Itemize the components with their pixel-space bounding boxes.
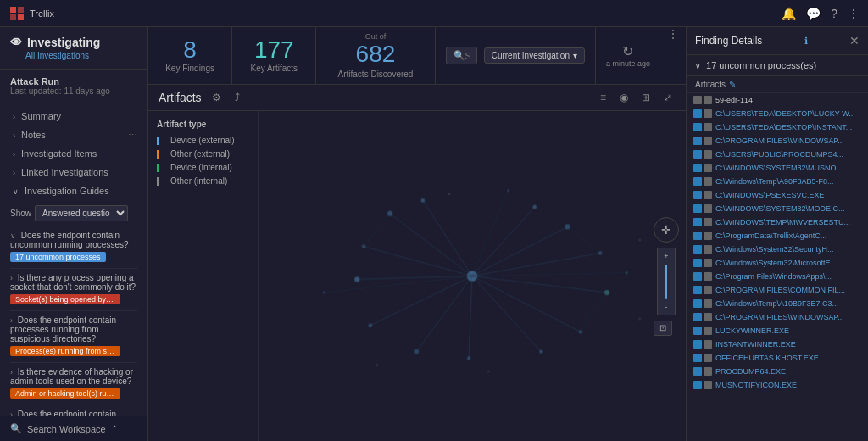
list-item[interactable]: C:\WINDOWS\TEMP\MWVERSESTU... — [687, 215, 868, 229]
svg-rect-3 — [18, 14, 24, 20]
artifacts-label-text: Artifacts — [695, 80, 726, 89]
list-item[interactable]: C:\WINDOWS\SYSTEM32\MUSNO... — [687, 161, 868, 175]
list-item[interactable]: C:\PROGRAM FILES\WINDOWSAP... — [687, 310, 868, 324]
list-item[interactable]: PROCDUMP64.EXE — [687, 365, 868, 378]
notes-more-icon[interactable]: ⋯ — [128, 130, 137, 141]
search-workspace-icon: 🔍 — [10, 423, 22, 434]
artifact-icon-14b — [704, 286, 712, 294]
list-item[interactable]: INSTANTWINNER.EXE — [687, 338, 868, 351]
guide-q1-answer[interactable]: 17 uncommon processes — [10, 252, 106, 262]
list-item[interactable]: C:\Windows\System32\MicrosoftE... — [687, 256, 868, 270]
expand-icon[interactable]: ⤢ — [660, 90, 676, 105]
header-more-button[interactable]: ⋮ — [660, 27, 686, 84]
grid-view-icon[interactable]: ⊞ — [638, 90, 654, 105]
attack-run-more-icon[interactable]: ⋯ — [128, 76, 137, 87]
list-item[interactable]: OFFICEHUBTAS KHOST.EXE — [687, 351, 868, 365]
list-item[interactable]: C:\Windows\Temp\A10B9F3E7.C3... — [687, 297, 868, 310]
notes-arrow: › — [13, 131, 15, 140]
guide-q2-text[interactable]: › Is there any process opening a socket … — [10, 273, 137, 292]
edit-artifacts-icon[interactable]: ✎ — [729, 80, 736, 89]
eye-icon: 👁 — [10, 36, 22, 49]
guide-q3-answer[interactable]: Process(es) running from suspicious dire… — [10, 346, 120, 356]
sidebar-item-investigation-guides[interactable]: ∨ Investigation Guides — [0, 181, 147, 200]
list-item[interactable]: MUSNOTIFYICON.EXE — [687, 378, 868, 392]
artifact-icon-21a — [693, 381, 702, 389]
zoom-slider[interactable]: + - — [657, 248, 676, 315]
filter-icon[interactable]: ⚙ — [209, 90, 225, 105]
fit-view-button[interactable]: ⊡ — [654, 321, 672, 336]
guide-q5-text[interactable]: › Does the endpoint contain running proc… — [10, 410, 137, 416]
search-box[interactable]: 🔍 — [446, 47, 477, 64]
svg-point-44 — [376, 364, 378, 366]
zoom-min-label: - — [665, 303, 668, 311]
search-input[interactable] — [465, 51, 470, 61]
search-workspace-footer[interactable]: 🔍 Search Workspace ⌃ — [0, 416, 147, 441]
network-graph[interactable]: ✛ + - ⊡ — [259, 111, 686, 441]
artifact-row-icons-8 — [693, 204, 712, 213]
legend-device-internal: Device (internal) — [157, 163, 249, 172]
artifacts-discovered-number: 682 — [356, 41, 396, 68]
svg-point-21 — [539, 349, 543, 354]
legend-other-internal: Other (internal) — [157, 176, 249, 186]
artifact-path-17: LUCKYWINNER.EXE — [715, 327, 789, 335]
all-investigations-link[interactable]: All Investigations — [10, 49, 137, 64]
sidebar-item-summary[interactable]: › Summary — [0, 107, 147, 126]
artifact-row-icons-14 — [693, 286, 712, 294]
guide-q2-answer[interactable]: Socket(s) being opened by process(es) wh… — [10, 294, 120, 304]
guide-q3-text[interactable]: › Does the endpoint contain processes ru… — [10, 315, 137, 343]
artifact-row-icons-5 — [693, 164, 712, 172]
sidebar-item-investigated-items[interactable]: › Investigated Items — [0, 144, 147, 163]
compass-icon[interactable]: ✛ — [654, 217, 679, 243]
notifications-icon[interactable]: 🔔 — [782, 7, 796, 20]
artifact-icon-6b — [704, 177, 712, 186]
guide-show-select[interactable]: Answered questions — [35, 205, 128, 221]
list-item[interactable]: C:\USERS\PUBLIC\PROCDUMPS4... — [687, 148, 868, 161]
key-findings-stat: 8 Key Findings — [148, 27, 232, 84]
findings-count-title[interactable]: ∨ 17 uncommon process(es) — [695, 60, 860, 70]
artifact-list: 59-edr-114 C:\USERS\TEDA\DESKTOP\LUCKY W… — [687, 93, 868, 441]
artifact-icon-5a — [693, 164, 702, 172]
list-item[interactable]: C:\USERS\TEDA\DESKTOP\LUCKY W... — [687, 107, 868, 120]
help-icon[interactable]: ? — [831, 7, 837, 20]
svg-point-23 — [467, 356, 471, 360]
list-item[interactable]: 59-edr-114 — [687, 93, 868, 107]
guide-q1-text[interactable]: ∨ Does the endpoint contain uncommon run… — [10, 231, 137, 249]
artifact-icon-11b — [704, 245, 712, 254]
list-item[interactable]: C:\PROGRAM FILES\COMMON FIL... — [687, 283, 868, 297]
artifacts-panel-title: Artifacts — [159, 91, 202, 104]
chat-icon[interactable]: 💬 — [806, 7, 821, 20]
finding-details-close-button[interactable]: ✕ — [849, 34, 860, 47]
sidebar-item-notes[interactable]: › Notes ⋯ — [0, 126, 147, 144]
list-view-icon[interactable]: ≡ — [597, 90, 609, 105]
artifact-icon-5b — [704, 164, 712, 172]
svg-point-27 — [368, 323, 372, 327]
workspace-arrow: ⌃ — [111, 424, 118, 433]
findings-count-label: 17 uncommon process(es) — [706, 60, 816, 70]
sidebar-item-linked-investigations[interactable]: › Linked Investigations — [0, 163, 147, 181]
more-options-icon[interactable]: ⋮ — [848, 7, 860, 20]
list-item[interactable]: C:\Windows\System32\SecurityH... — [687, 243, 868, 256]
guide-question-3: › Does the endpoint contain processes ru… — [10, 311, 137, 363]
list-item[interactable]: C:\WINDOWS\PSEXESVC.EXE — [687, 188, 868, 202]
list-item[interactable]: LUCKYWINNER.EXE — [687, 324, 868, 338]
list-item[interactable]: C:\PROGRAM FILES\WINDOWSAP... — [687, 134, 868, 148]
list-item[interactable]: C:\Windows\Temp\A90F8AB5-F8... — [687, 175, 868, 188]
guide-q4-answer[interactable]: Admin or hacking tool(s) running on devi… — [10, 388, 120, 399]
sidebar-header: 👁 Investigating All Investigations — [0, 27, 147, 70]
list-item[interactable]: C:\USERS\TEDA\DESKTOP\INSTANT... — [687, 120, 868, 134]
svg-point-19 — [579, 330, 583, 334]
finding-details-info-icon[interactable]: ℹ — [804, 36, 808, 47]
graph-view-icon[interactable]: ◉ — [616, 90, 632, 105]
list-item[interactable]: C:\WINDOWS\SYSTEM32\MODE.C... — [687, 202, 868, 215]
filter-chevron-icon: ▾ — [573, 51, 577, 60]
artifact-path-20: PROCDUMP64.EXE — [715, 367, 786, 376]
sidebar-navigation: › Summary › Notes ⋯ › Investigated Items… — [0, 103, 147, 416]
list-item[interactable]: C:\ProgramData\Trellix\AgentC... — [687, 229, 868, 243]
guide-question-5: › Does the endpoint contain running proc… — [10, 405, 137, 416]
filter-select[interactable]: Current Investigation ▾ — [484, 47, 585, 64]
guide-q4-text[interactable]: › Is there evidence of hacking or admin … — [10, 367, 137, 386]
key-artifacts-stat: 177 Key Artifacts — [232, 27, 316, 84]
list-item[interactable]: C:\Program Files\WindowsApps\... — [687, 270, 868, 283]
share-icon[interactable]: ⤴ — [231, 90, 243, 105]
artifact-row-icons-6 — [693, 177, 712, 186]
